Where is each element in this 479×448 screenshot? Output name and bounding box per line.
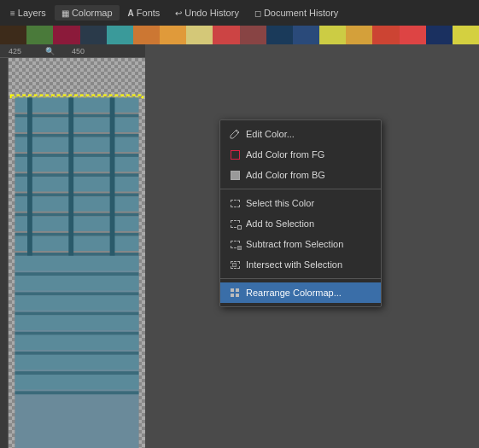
- canvas-area: 425 🔍 450: [0, 44, 145, 448]
- tab-layers-label: Layers: [18, 8, 46, 18]
- tab-fonts[interactable]: A Fonts: [121, 5, 167, 20]
- menu-item-intersect-selection[interactable]: Intersect with Selection: [220, 254, 381, 275]
- svg-rect-40: [236, 288, 239, 292]
- svg-rect-16: [15, 236, 139, 251]
- svg-rect-31: [15, 315, 139, 329]
- svg-rect-3: [15, 114, 139, 118]
- swatch-10[interactable]: [266, 26, 293, 44]
- swatch-1[interactable]: [26, 26, 53, 44]
- svg-rect-28: [15, 292, 139, 295]
- svg-rect-15: [15, 233, 139, 236]
- tab-colormap-label: Colormap: [72, 8, 113, 18]
- svg-rect-37: [15, 375, 139, 389]
- svg-rect-5: [15, 134, 139, 137]
- svg-rect-41: [231, 294, 234, 297]
- canvas-art: [9, 58, 145, 448]
- swatch-9[interactable]: [240, 26, 266, 44]
- menu-item-add-selection[interactable]: Add to Selection: [220, 213, 381, 234]
- swatch-5[interactable]: [133, 26, 160, 44]
- context-menu: Edit Color... Add Color from FG Add Colo…: [219, 119, 382, 307]
- tab-undo-history[interactable]: ↩ Undo History: [168, 5, 246, 20]
- svg-rect-6: [15, 137, 139, 152]
- svg-rect-4: [15, 118, 139, 132]
- swatch-13[interactable]: [346, 26, 372, 44]
- svg-rect-12: [15, 196, 139, 211]
- svg-rect-10: [15, 177, 139, 191]
- svg-rect-20: [110, 97, 115, 262]
- tab-fonts-label: Fonts: [137, 8, 161, 18]
- ruler-horizontal: 425 🔍 450: [0, 44, 145, 58]
- swatch-3[interactable]: [80, 26, 107, 44]
- tab-undo-label: Undo History: [184, 8, 239, 18]
- menu-item-edit-color[interactable]: Edit Color...: [220, 124, 381, 144]
- svg-rect-25: [15, 256, 139, 271]
- divider-2: [220, 278, 381, 279]
- swatch-4[interactable]: [107, 26, 133, 44]
- swatch-17[interactable]: [453, 26, 479, 44]
- svg-rect-39: [231, 288, 234, 292]
- swatch-6[interactable]: [160, 26, 186, 44]
- zoom-icon[interactable]: 🔍: [45, 47, 55, 55]
- layers-icon: ≡: [10, 9, 15, 18]
- top-bar: ≡ Layers ▦ Colormap A Fonts ↩ Undo Histo…: [0, 0, 479, 26]
- tab-layers[interactable]: ≡ Layers: [3, 5, 53, 20]
- swatch-15[interactable]: [400, 26, 426, 44]
- add-color-bg-label: Add Color from BG: [246, 170, 325, 180]
- menu-item-add-color-fg[interactable]: Add Color from FG: [220, 144, 381, 165]
- svg-rect-14: [15, 217, 139, 231]
- fonts-icon: A: [128, 9, 134, 18]
- ruler-mark-425: 425: [9, 47, 21, 55]
- svg-rect-2: [15, 97, 139, 112]
- intersect-selection-label: Intersect with Selection: [246, 259, 342, 270]
- menu-item-add-color-bg[interactable]: Add Color from BG: [220, 165, 381, 185]
- tab-colormap[interactable]: ▦ Colormap: [55, 5, 120, 20]
- tab-doc-label: Document History: [264, 8, 338, 18]
- svg-rect-29: [15, 295, 139, 310]
- svg-rect-38: [15, 391, 139, 394]
- svg-rect-35: [15, 355, 139, 369]
- svg-rect-7: [15, 154, 139, 157]
- doc-icon: ◻: [254, 9, 261, 18]
- swatch-2[interactable]: [53, 26, 79, 44]
- select-color-label: Select this Color: [246, 198, 314, 208]
- divider-1: [220, 189, 381, 189]
- ruler-mark-450: 450: [72, 47, 85, 55]
- undo-icon: ↩: [175, 9, 182, 18]
- grid-icon: [229, 287, 241, 299]
- svg-rect-36: [15, 371, 139, 375]
- swatch-11[interactable]: [293, 26, 319, 44]
- swatch-8[interactable]: [213, 26, 239, 44]
- colormap-swatches: [0, 26, 479, 44]
- select-intersect-icon: [229, 259, 241, 271]
- svg-rect-27: [15, 276, 139, 290]
- menu-item-select-color[interactable]: Select this Color: [220, 193, 381, 213]
- swatch-16[interactable]: [426, 26, 453, 44]
- menu-item-subtract-selection[interactable]: Subtract from Selection: [220, 234, 381, 254]
- svg-rect-34: [15, 352, 139, 355]
- svg-rect-19: [68, 97, 73, 262]
- main-area: 425 🔍 450: [0, 44, 479, 448]
- swatch-0[interactable]: [0, 26, 26, 44]
- ruler-vertical: [0, 58, 9, 448]
- canvas-content: [0, 58, 145, 448]
- canvas-drawable[interactable]: [9, 58, 145, 448]
- colormap-icon: ▦: [61, 9, 69, 18]
- svg-rect-17: [15, 253, 139, 256]
- svg-rect-33: [15, 335, 139, 350]
- rearrange-colormap-label: Rearrange Colormap...: [246, 288, 342, 298]
- menu-item-rearrange-colormap[interactable]: Rearrange Colormap...: [220, 282, 381, 303]
- rect-red-icon: [229, 148, 241, 160]
- tab-document-history[interactable]: ◻ Document History: [248, 5, 345, 20]
- swatch-7[interactable]: [186, 26, 213, 44]
- edit-color-label: Edit Color...: [246, 129, 295, 139]
- svg-rect-8: [15, 157, 139, 172]
- select-add-icon: [229, 218, 241, 230]
- svg-rect-26: [15, 272, 139, 276]
- svg-rect-18: [27, 97, 32, 262]
- swatch-14[interactable]: [372, 26, 399, 44]
- svg-rect-11: [15, 193, 139, 196]
- select-sub-icon: [229, 238, 241, 250]
- rect-gray-icon: [229, 169, 241, 181]
- swatch-12[interactable]: [319, 26, 346, 44]
- select-icon: [229, 197, 241, 209]
